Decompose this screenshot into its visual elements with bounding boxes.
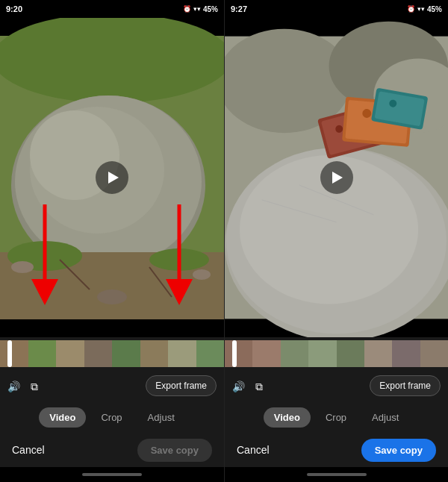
export-frame-button-right[interactable]: Export frame [370, 375, 441, 396]
controls-bar-right: Export frame [225, 370, 448, 401]
timeline-frame [308, 340, 336, 367]
action-bar-left: Cancel Save copy [0, 433, 224, 467]
alarm-icon-right: ⏰ [407, 5, 415, 13]
status-time-left: 9:20 [6, 4, 22, 13]
play-triangle-left [108, 172, 119, 184]
home-indicator-right [225, 467, 448, 482]
status-icons-left: ⏰ ▾▾ 45% [183, 5, 218, 13]
tab-adjust-left[interactable]: Adjust [137, 407, 185, 428]
controls-bar-left: Export frame [0, 370, 224, 401]
ctrl-left-icons [7, 378, 38, 394]
battery-left: 45% [203, 5, 218, 13]
timeline-frame [84, 340, 113, 367]
timeline-frame [252, 340, 280, 367]
phone-panel-right: 9:27 ⏰ ▾▾ 45% [224, 0, 448, 482]
timeline-handle-left[interactable] [7, 340, 12, 367]
ctrl-right-right: Export frame [370, 375, 441, 396]
svg-marker-15 [31, 279, 58, 305]
status-time-right: 9:27 [231, 4, 247, 13]
timeline-frame [225, 340, 252, 367]
battery-right: 45% [427, 5, 442, 13]
timeline-frame [112, 340, 140, 367]
tab-video-right[interactable]: Video [264, 407, 311, 428]
timeline-frame [140, 340, 169, 367]
home-indicator-left [0, 467, 224, 482]
timeline-frame [281, 340, 308, 367]
copy-icon-left[interactable] [31, 378, 38, 394]
timeline-frame [392, 340, 420, 367]
wifi-icon-right: ▾▾ [417, 5, 425, 13]
status-icons-right: ⏰ ▾▾ 45% [407, 5, 442, 13]
volume-icon-right[interactable] [232, 378, 245, 394]
play-button-left[interactable] [96, 161, 128, 194]
cancel-button-right[interactable]: Cancel [237, 444, 270, 456]
action-bar-right: Cancel Save copy [225, 433, 448, 467]
export-frame-button-left[interactable]: Export frame [146, 375, 217, 396]
alarm-icon-left: ⏰ [183, 5, 191, 13]
timeline-frame [420, 340, 448, 367]
cancel-button-left[interactable]: Cancel [12, 444, 45, 456]
timeline-frame [168, 340, 196, 367]
ctrl-right-left: Export frame [146, 375, 217, 396]
tab-video-left[interactable]: Video [39, 407, 86, 428]
timeline-frame [196, 340, 225, 367]
status-bar-right: 9:27 ⏰ ▾▾ 45% [225, 0, 448, 18]
timeline-right[interactable] [225, 337, 448, 370]
copy-icon-right[interactable] [255, 378, 263, 394]
timeline-handle-right[interactable] [232, 340, 237, 367]
svg-point-1 [0, 18, 224, 103]
timeline-frame [337, 340, 364, 367]
timeline-frame [56, 340, 84, 367]
phone-panel-left: 9:20 ⏰ ▾▾ 45% [0, 0, 224, 482]
status-bar-left: 9:20 ⏰ ▾▾ 45% [0, 0, 224, 18]
save-copy-button-right[interactable]: Save copy [361, 439, 436, 462]
ctrl-right-icons [232, 378, 263, 394]
home-bar-right [307, 473, 367, 476]
video-area-left [0, 18, 224, 337]
volume-icon-left[interactable] [7, 378, 20, 394]
timeline-frame [28, 340, 57, 367]
arrows-left [0, 204, 224, 309]
timeline-frame [364, 340, 392, 367]
play-triangle-right [332, 172, 343, 184]
tab-adjust-right[interactable]: Adjust [361, 407, 409, 428]
wifi-icon-left: ▾▾ [193, 5, 201, 13]
save-copy-button-left[interactable]: Save copy [137, 439, 212, 462]
svg-marker-17 [166, 279, 193, 305]
video-area-right [225, 18, 448, 337]
timeline-frame [0, 340, 28, 367]
timeline-left[interactable] [0, 337, 224, 370]
tab-crop-left[interactable]: Crop [90, 407, 132, 428]
play-button-right[interactable] [320, 161, 353, 194]
tab-bar-right: Video Crop Adjust [225, 401, 448, 433]
tab-crop-right[interactable]: Crop [315, 407, 357, 428]
tab-bar-left: Video Crop Adjust [0, 401, 224, 433]
home-bar-left [82, 473, 142, 476]
